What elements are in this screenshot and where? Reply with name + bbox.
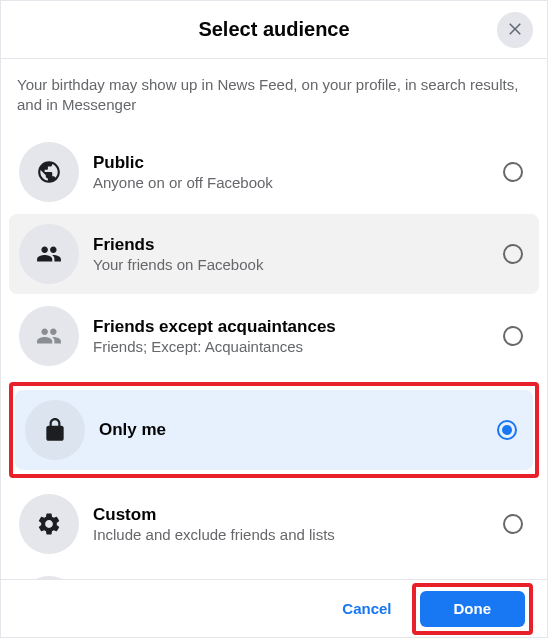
option-text: Only me [99,420,497,440]
list-icon [19,576,79,579]
gear-icon [19,494,79,554]
modal-body-wrap: Your birthday may show up in News Feed, … [1,59,547,579]
modal-body[interactable]: Your birthday may show up in News Feed, … [1,59,547,579]
cancel-button[interactable]: Cancel [330,592,403,625]
highlight-done: Done [412,583,534,635]
option-text: CustomInclude and exclude friends and li… [93,505,503,543]
highlight-only-me: Only me [9,382,539,478]
option-subtitle: Friends; Except: Acquaintances [93,338,503,355]
friends-except-icon [19,306,79,366]
option-subtitle: Include and exclude friends and lists [93,526,503,543]
close-icon [506,19,524,41]
lock-icon [25,400,85,460]
radio-custom[interactable] [503,514,523,534]
globe-icon [19,142,79,202]
option-text: Friends except acquaintancesFriends; Exc… [93,317,503,355]
audience-option-custom[interactable]: CustomInclude and exclude friends and li… [9,484,539,564]
friends-icon [19,224,79,284]
radio-friends-except[interactable] [503,326,523,346]
option-text: FriendsYour friends on Facebook [93,235,503,273]
modal-title: Select audience [198,18,349,41]
radio-friends[interactable] [503,244,523,264]
option-subtitle: Your friends on Facebook [93,256,503,273]
option-title: Custom [93,505,503,525]
audience-option-only-me[interactable]: Only me [15,390,533,470]
modal-footer: Cancel Done [1,579,547,637]
option-title: Friends except acquaintances [93,317,503,337]
close-button[interactable] [497,12,533,48]
option-text: PublicAnyone on or off Facebook [93,153,503,191]
audience-option-friends-except[interactable]: Friends except acquaintancesFriends; Exc… [9,296,539,376]
option-title: Friends [93,235,503,255]
audience-option-acquaintances[interactable]: AcquaintancesYour custom list [9,566,539,579]
option-title: Public [93,153,503,173]
modal-header: Select audience [1,1,547,59]
audience-option-public[interactable]: PublicAnyone on or off Facebook [9,132,539,212]
modal-description: Your birthday may show up in News Feed, … [9,75,539,130]
option-title: Only me [99,420,497,440]
done-button[interactable]: Done [420,591,526,627]
audience-option-friends[interactable]: FriendsYour friends on Facebook [9,214,539,294]
audience-modal: Select audience Your birthday may show u… [0,0,548,638]
option-subtitle: Anyone on or off Facebook [93,174,503,191]
radio-public[interactable] [503,162,523,182]
radio-only-me[interactable] [497,420,517,440]
